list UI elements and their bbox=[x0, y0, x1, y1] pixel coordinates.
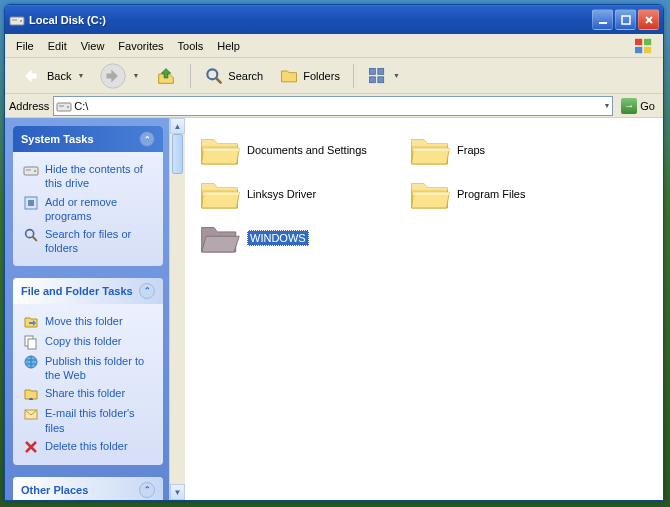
views-button[interactable]: ▼ bbox=[361, 62, 406, 90]
menubar: File Edit View Favorites Tools Help bbox=[5, 34, 663, 58]
scroll-up-arrow-icon[interactable]: ▲ bbox=[170, 118, 185, 134]
folder-label: Fraps bbox=[457, 144, 605, 156]
task-search[interactable]: Search for files or folders bbox=[23, 225, 153, 258]
folder-item[interactable]: Documents and Settings bbox=[197, 130, 397, 170]
folder-item[interactable]: WINDOWS bbox=[197, 218, 397, 258]
go-arrow-icon: → bbox=[621, 98, 637, 114]
programs-icon bbox=[23, 195, 39, 211]
svg-rect-19 bbox=[28, 339, 36, 349]
email-icon bbox=[23, 406, 39, 422]
separator bbox=[353, 64, 354, 88]
folder-label: WINDOWS bbox=[247, 232, 395, 244]
titlebar[interactable]: Local Disk (C:) bbox=[5, 5, 663, 34]
address-label: Address bbox=[9, 100, 49, 112]
forward-arrow-icon bbox=[100, 63, 126, 89]
copy-icon bbox=[23, 334, 39, 350]
up-button[interactable] bbox=[149, 61, 183, 91]
up-arrow-icon bbox=[155, 65, 177, 87]
folder-icon bbox=[409, 176, 451, 212]
drive-icon bbox=[23, 162, 39, 178]
svg-rect-17 bbox=[28, 200, 34, 206]
folder-content[interactable]: Documents and SettingsFrapsLinksys Drive… bbox=[185, 118, 663, 500]
folder-icon bbox=[199, 176, 241, 212]
window-title: Local Disk (C:) bbox=[29, 14, 592, 26]
folder-item[interactable]: Linksys Driver bbox=[197, 174, 397, 214]
address-input-wrap[interactable]: ▼ bbox=[53, 96, 613, 116]
collapse-icon: ⌃ bbox=[139, 482, 155, 498]
chevron-down-icon: ▼ bbox=[393, 72, 400, 79]
folder-label: Linksys Driver bbox=[247, 188, 395, 200]
windows-logo-icon bbox=[629, 36, 659, 56]
folders-button[interactable]: Folders bbox=[273, 62, 346, 90]
panel-header-filefolder[interactable]: File and Folder Tasks ⌃ bbox=[13, 278, 163, 304]
menu-tools[interactable]: Tools bbox=[171, 37, 211, 55]
task-publish[interactable]: Publish this folder to the Web bbox=[23, 352, 153, 385]
folders-icon bbox=[279, 66, 299, 86]
panel-other-places: Other Places ⌃ My Computer My Documents … bbox=[13, 477, 163, 500]
move-icon bbox=[23, 314, 39, 330]
menu-help[interactable]: Help bbox=[210, 37, 247, 55]
web-icon bbox=[23, 354, 39, 370]
minimize-button[interactable] bbox=[592, 9, 613, 30]
task-hide-contents[interactable]: Hide the contents of this drive bbox=[23, 160, 153, 193]
svg-rect-15 bbox=[622, 16, 630, 24]
collapse-icon: ⌃ bbox=[139, 131, 155, 147]
folder-label: Program Files bbox=[457, 188, 605, 200]
panel-header-system[interactable]: System Tasks ⌃ bbox=[13, 126, 163, 152]
separator bbox=[190, 64, 191, 88]
folder-icon bbox=[199, 220, 241, 256]
drive-icon bbox=[56, 98, 72, 114]
explorer-window: Local Disk (C:) File Edit View Favorites… bbox=[4, 4, 664, 501]
chevron-down-icon[interactable]: ▼ bbox=[603, 102, 610, 109]
maximize-button[interactable] bbox=[615, 9, 636, 30]
task-add-remove[interactable]: Add or remove programs bbox=[23, 193, 153, 226]
task-share[interactable]: Share this folder bbox=[23, 384, 153, 404]
drive-icon bbox=[9, 12, 25, 28]
folder-icon bbox=[199, 132, 241, 168]
collapse-icon: ⌃ bbox=[139, 283, 155, 299]
panel-file-folder-tasks: File and Folder Tasks ⌃ Move this folder… bbox=[13, 278, 163, 465]
menu-favorites[interactable]: Favorites bbox=[111, 37, 170, 55]
menu-edit[interactable]: Edit bbox=[41, 37, 74, 55]
search-icon bbox=[23, 227, 39, 243]
svg-rect-14 bbox=[599, 22, 607, 24]
search-button[interactable]: Search bbox=[198, 62, 269, 90]
folder-label: Documents and Settings bbox=[247, 144, 395, 156]
address-bar: Address ▼ → Go bbox=[5, 94, 663, 118]
task-email[interactable]: E-mail this folder's files bbox=[23, 404, 153, 437]
back-arrow-icon bbox=[17, 63, 43, 89]
address-input[interactable] bbox=[72, 100, 601, 112]
go-button[interactable]: → Go bbox=[617, 97, 659, 115]
chevron-down-icon: ▼ bbox=[132, 72, 139, 79]
menu-view[interactable]: View bbox=[74, 37, 112, 55]
scroll-thumb[interactable] bbox=[172, 134, 183, 174]
toolbar: Back ▼ ▼ Search Folders ▼ bbox=[5, 58, 663, 94]
folder-item[interactable]: Fraps bbox=[407, 130, 607, 170]
close-button[interactable] bbox=[638, 9, 659, 30]
delete-icon bbox=[23, 439, 39, 455]
body: System Tasks ⌃ Hide the contents of this… bbox=[5, 118, 663, 500]
folder-item[interactable]: Program Files bbox=[407, 174, 607, 214]
panel-header-other[interactable]: Other Places ⌃ bbox=[13, 477, 163, 500]
panel-system-tasks: System Tasks ⌃ Hide the contents of this… bbox=[13, 126, 163, 266]
forward-button[interactable]: ▼ bbox=[94, 59, 145, 93]
sidebar: System Tasks ⌃ Hide the contents of this… bbox=[5, 118, 185, 500]
back-button[interactable]: Back ▼ bbox=[11, 59, 90, 93]
views-icon bbox=[367, 66, 387, 86]
search-icon bbox=[204, 66, 224, 86]
scroll-down-arrow-icon[interactable]: ▼ bbox=[170, 484, 185, 500]
sidebar-scrollbar[interactable]: ▲ ▼ bbox=[169, 118, 185, 500]
task-copy[interactable]: Copy this folder bbox=[23, 332, 153, 352]
menu-file[interactable]: File bbox=[9, 37, 41, 55]
task-move[interactable]: Move this folder bbox=[23, 312, 153, 332]
share-icon bbox=[23, 386, 39, 402]
task-delete[interactable]: Delete this folder bbox=[23, 437, 153, 457]
chevron-down-icon: ▼ bbox=[77, 72, 84, 79]
folder-icon bbox=[409, 132, 451, 168]
